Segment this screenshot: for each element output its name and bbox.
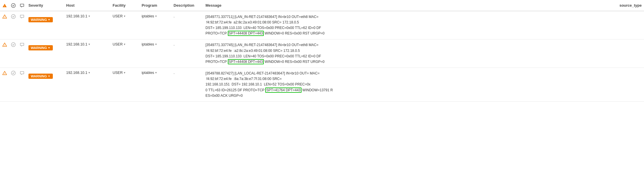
check-row-icon	[11, 71, 16, 75]
row-warn-icon-cell: !	[0, 39, 9, 68]
host-cell: 192.168.10.1 ▼	[64, 11, 110, 39]
source-cell	[609, 11, 644, 39]
svg-point-1	[11, 3, 15, 8]
host-cell: 192.168.10.1 ▼	[64, 39, 110, 68]
svg-point-5	[11, 43, 15, 47]
warning-row-icon: !	[2, 14, 7, 19]
message-segment: WINDOW=0 RES=0x00 RST URGP=0	[264, 60, 325, 64]
col-header-host: Host	[64, 0, 110, 11]
svg-text:!: !	[4, 44, 5, 46]
row-check-icon-cell	[9, 39, 17, 68]
message-segment: a2:8c:2a:e3:49:01:08:00 SRC= 172.18.0.5	[232, 20, 300, 24]
host-field[interactable]: 192.168.10.1 ▼	[66, 71, 91, 75]
row-comment-icon-cell	[17, 11, 26, 39]
col-header-message: Message	[203, 0, 609, 11]
host-dropdown-arrow: ▼	[88, 71, 91, 74]
host-dropdown-arrow: ▼	[88, 43, 91, 46]
facility-value: USER	[113, 14, 123, 18]
severity-badge[interactable]: WARNING ▼	[28, 17, 53, 22]
description-cell: .	[171, 11, 203, 39]
log-table-container: ! Severity Hos	[0, 0, 644, 102]
program-dropdown-arrow: ▼	[155, 15, 157, 18]
badge-dropdown-arrow: ▼	[48, 18, 50, 21]
col-header-check	[9, 0, 17, 11]
program-dropdown-arrow: ▼	[155, 43, 157, 46]
program-cell: iptables ▼	[139, 11, 171, 39]
host-dropdown-arrow: ▼	[88, 15, 91, 18]
message-cell: [3549771.337711] [LAN_IN-RET-2147483647]…	[203, 11, 609, 39]
host-cell: 192.168.10.1 ▼	[64, 68, 110, 102]
message-segment: WINDOW=0 RES=0x00 RST URGP=0	[264, 31, 325, 35]
host-value: 192.168.10.1	[66, 71, 87, 75]
check-row-icon	[11, 14, 16, 19]
program-field[interactable]: iptables ▼	[142, 42, 157, 46]
message-cell: [3549788.827427] [LAN_LOCAL-RET-21474836…	[203, 68, 609, 102]
badge-dropdown-arrow: ▼	[48, 46, 50, 49]
svg-text:!: !	[4, 16, 5, 18]
program-cell: iptables ▼	[139, 68, 171, 102]
severity-badge[interactable]: WARNING ▼	[28, 45, 53, 50]
col-header-comment	[17, 0, 26, 11]
highlighted-token: SPT=41764 DPT=443	[265, 88, 301, 93]
host-value: 192.168.10.1	[66, 42, 87, 46]
facility-dropdown-arrow: ▼	[123, 71, 126, 74]
comment-header-icon	[20, 3, 24, 8]
log-table: ! Severity Hos	[0, 0, 644, 102]
severity-cell: WARNING ▼	[26, 11, 64, 39]
program-field[interactable]: iptables ▼	[142, 14, 157, 18]
message-text: [3549788.827427] [LAN_LOCAL-RET-21474836…	[205, 71, 607, 99]
facility-dropdown-arrow: ▼	[123, 43, 126, 46]
description-value: .	[174, 14, 174, 18]
col-header-source: source_type	[609, 0, 644, 11]
table-row: ! WARNING ▼ 192.168.10.1 ▼	[0, 11, 644, 39]
host-value: 192.168.10.1	[66, 14, 87, 18]
description-value: .	[174, 71, 174, 75]
facility-field[interactable]: USER ▼	[113, 14, 126, 18]
message-text: [3549771.337711] [LAN_IN-RET-2147483647]…	[205, 14, 607, 37]
col-header-description: Description	[171, 0, 203, 11]
message-segment: DST= 185.199.110.133	[205, 26, 243, 30]
svg-text:!: !	[4, 5, 5, 7]
row-warn-icon-cell: !	[0, 11, 9, 39]
row-check-icon-cell	[9, 68, 17, 102]
col-header-severity: Severity	[26, 0, 64, 11]
description-value: .	[174, 42, 174, 46]
row-warn-icon-cell: !	[0, 68, 9, 102]
severity-cell: WARNING ▼	[26, 68, 64, 102]
comment-row-icon	[20, 42, 24, 47]
facility-dropdown-arrow: ▼	[123, 15, 126, 18]
check-row-icon	[11, 42, 16, 47]
severity-cell: WARNING ▼	[26, 39, 64, 68]
table-header-row: ! Severity Hos	[0, 0, 644, 11]
table-row: ! WARNING ▼ 192.168.10.1 ▼	[0, 68, 644, 102]
svg-text:!: !	[4, 73, 5, 75]
host-field[interactable]: 192.168.10.1 ▼	[66, 42, 91, 46]
program-value: iptables	[142, 71, 154, 75]
row-check-icon-cell	[9, 11, 17, 39]
warning-row-icon: !	[2, 71, 7, 75]
comment-row-icon	[20, 14, 24, 19]
col-header-warn: !	[0, 0, 9, 11]
facility-field[interactable]: USER ▼	[113, 42, 126, 46]
facility-value: USER	[113, 42, 123, 46]
severity-badge[interactable]: WARNING ▼	[28, 74, 53, 79]
warning-row-icon: !	[2, 42, 7, 47]
svg-point-7	[11, 71, 15, 75]
svg-point-3	[11, 14, 15, 19]
program-value: iptables	[142, 42, 154, 46]
highlighted-token: SPT=44408 DPT=443	[228, 31, 264, 36]
facility-cell: USER ▼	[110, 39, 139, 68]
facility-cell: USER ▼	[110, 68, 139, 102]
comment-row-icon	[20, 71, 24, 75]
source-cell	[609, 39, 644, 68]
program-field[interactable]: iptables ▼	[142, 71, 157, 75]
program-cell: iptables ▼	[139, 39, 171, 68]
message-text: [3549771.337745] [LAN_IN-RET-2147483647]…	[205, 42, 607, 65]
check-header-icon	[11, 3, 16, 8]
facility-field[interactable]: USER ▼	[113, 71, 126, 75]
col-header-facility: Facility	[110, 0, 139, 11]
warning-header-icon: !	[2, 3, 7, 8]
host-field[interactable]: 192.168.10.1 ▼	[66, 14, 91, 18]
highlighted-token: SPT=44408 DPT=443	[228, 59, 264, 64]
facility-value: USER	[113, 71, 123, 75]
